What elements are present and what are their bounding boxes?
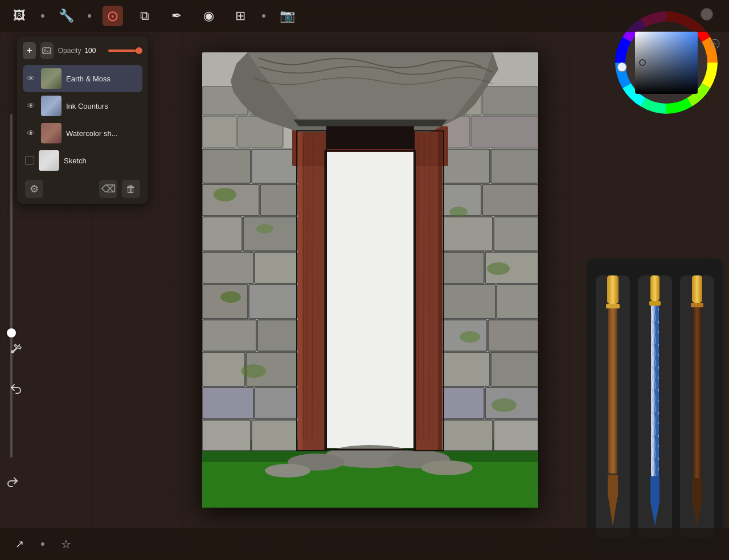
- svg-point-58: [492, 398, 517, 412]
- camera-icon[interactable]: 📷: [277, 6, 297, 26]
- svg-rect-102: [692, 275, 702, 303]
- top-toolbar: 🖼 🔧 ⊙ ⧉ ✒ ◉ ⊞ 📷: [0, 0, 729, 32]
- photo-layer-button[interactable]: [40, 42, 54, 59]
- svg-rect-45: [439, 352, 490, 386]
- svg-rect-39: [439, 252, 484, 283]
- dot-separator-2: [88, 14, 91, 18]
- svg-point-56: [487, 262, 510, 275]
- svg-point-53: [220, 291, 241, 303]
- svg-point-55: [449, 207, 468, 217]
- layer-thumbnail-sketch: [39, 150, 59, 171]
- layer-visibility-earth-moss[interactable]: 👁: [25, 74, 36, 83]
- svg-rect-22: [255, 252, 297, 283]
- eyedropper-icon[interactable]: [6, 338, 26, 359]
- target-icon[interactable]: ⊙: [103, 6, 123, 26]
- layer-settings-icon[interactable]: ⚙: [25, 180, 43, 198]
- svg-rect-105: [693, 307, 702, 478]
- svg-rect-98: [651, 306, 659, 476]
- brown-pen-svg: [599, 275, 626, 526]
- star-icon[interactable]: ☆: [56, 534, 76, 554]
- layer-thumbnail-ink: [41, 96, 62, 116]
- layer-erase-icon[interactable]: ⌫: [99, 180, 117, 198]
- wrench-icon[interactable]: 🔧: [56, 6, 76, 26]
- svg-rect-38: [494, 217, 538, 251]
- svg-rect-36: [482, 184, 538, 216]
- layer-visibility-ink[interactable]: 👁: [25, 101, 36, 110]
- brush-icon[interactable]: ✒: [166, 6, 187, 26]
- svg-rect-91: [608, 308, 617, 473]
- layer-item-watercolor[interactable]: 👁 Watercolor sh...: [23, 120, 142, 147]
- pattern-icon[interactable]: [710, 39, 720, 49]
- bottom-toolbar: ↗ ☆: [0, 528, 729, 560]
- svg-rect-46: [491, 352, 538, 386]
- svg-rect-72: [326, 152, 414, 448]
- svg-rect-95: [649, 301, 661, 306]
- svg-rect-29: [202, 388, 253, 419]
- layers-icon[interactable]: ⧉: [134, 6, 155, 26]
- add-layer-button[interactable]: +: [23, 42, 36, 59]
- svg-point-85: [617, 63, 626, 72]
- pen-slot-blue[interactable]: [638, 275, 672, 537]
- layer-delete-icon[interactable]: 🗑: [122, 180, 140, 198]
- canvas-area: [182, 40, 558, 520]
- svg-rect-18: [260, 184, 297, 216]
- svg-rect-26: [257, 320, 297, 351]
- svg-rect-47: [439, 388, 484, 419]
- layer-item-earth-moss[interactable]: 👁 Earth & Moss: [23, 65, 142, 92]
- undo-icon[interactable]: [6, 379, 26, 400]
- svg-point-54: [241, 364, 266, 378]
- svg-rect-88: [607, 275, 619, 304]
- svg-rect-12: [482, 87, 538, 115]
- svg-rect-30: [255, 388, 297, 419]
- size-slider[interactable]: [10, 114, 13, 458]
- layers-header: + Opacity 100: [23, 42, 142, 59]
- size-slider-thumb[interactable]: [7, 328, 16, 337]
- svg-rect-19: [202, 217, 242, 251]
- layer-item-sketch[interactable]: Sketch: [23, 147, 142, 174]
- dot-separator-3: [262, 14, 265, 18]
- canvas-image[interactable]: [202, 52, 538, 508]
- opacity-label: Opacity 100: [58, 47, 96, 55]
- svg-rect-20: [243, 217, 297, 251]
- svg-point-51: [214, 188, 236, 201]
- layer-thumbnail-earth-moss: [41, 68, 62, 89]
- palette-icon[interactable]: ◉: [198, 6, 219, 26]
- pen-slot-dark[interactable]: [680, 275, 714, 537]
- opacity-bar[interactable]: [108, 50, 142, 52]
- pen-slot-brown[interactable]: [596, 275, 630, 537]
- svg-rect-31: [202, 420, 251, 451]
- svg-rect-15: [202, 149, 251, 183]
- canvas[interactable]: [202, 52, 538, 508]
- dark-pen-svg: [683, 275, 711, 526]
- layer-name-sketch: Sketch: [64, 157, 140, 165]
- svg-point-76: [265, 464, 310, 477]
- dot-separator-1: [41, 14, 44, 18]
- layer-item-ink[interactable]: 👁 Ink Counturs: [23, 92, 142, 120]
- grid-icon[interactable]: ⊞: [230, 6, 251, 26]
- svg-rect-27: [202, 352, 245, 386]
- svg-rect-50: [494, 420, 538, 451]
- svg-rect-62: [298, 132, 302, 451]
- svg-rect-25: [202, 320, 256, 351]
- svg-rect-103: [691, 303, 703, 307]
- redo-icon[interactable]: [6, 476, 19, 492]
- layer-visibility-watercolor[interactable]: 👁: [25, 129, 36, 138]
- painting-content: [202, 52, 538, 508]
- layer-thumbnail-watercolor: [41, 123, 62, 143]
- expand-icon[interactable]: ↗: [9, 534, 30, 554]
- svg-rect-94: [650, 275, 660, 301]
- layer-name-ink: Ink Counturs: [66, 102, 140, 110]
- svg-rect-99: [650, 476, 660, 505]
- svg-rect-9: [202, 116, 236, 147]
- layers-footer: ⚙ ⌫ 🗑: [23, 180, 142, 198]
- layer-visibility-sketch[interactable]: [25, 156, 34, 165]
- blue-pen-svg: [641, 275, 669, 526]
- svg-rect-70: [326, 126, 414, 149]
- svg-point-77: [421, 460, 473, 475]
- svg-rect-89: [606, 304, 620, 308]
- svg-rect-41: [439, 285, 495, 319]
- svg-rect-49: [439, 420, 493, 451]
- layer-name-earth-moss: Earth & Moss: [66, 75, 140, 83]
- svg-rect-34: [491, 149, 538, 183]
- gallery-icon[interactable]: 🖼: [9, 6, 30, 26]
